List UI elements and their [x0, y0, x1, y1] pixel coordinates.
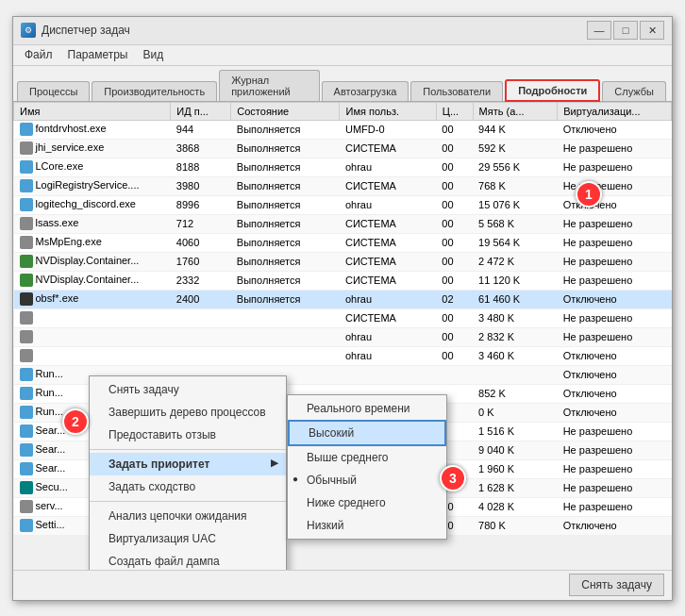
- cell-cpu: 00: [436, 233, 473, 252]
- context-menu-item[interactable]: Анализ цепочки ожидания: [90, 505, 286, 527]
- tab-app-history[interactable]: Журнал приложений: [219, 70, 319, 101]
- cell-state: Выполняется: [231, 158, 340, 176]
- process-icon: [20, 123, 33, 136]
- context-menu-item[interactable]: Задать сходство: [90, 475, 286, 498]
- priority-submenu: Реального времениВысокийВыше среднегоОбы…: [287, 394, 447, 540]
- cell-mem: 4 028 K: [473, 497, 558, 516]
- priority-menu-item[interactable]: Низкий: [288, 514, 446, 537]
- table-row[interactable]: logitechg_discord.exe 8996 Выполняется o…: [14, 195, 672, 214]
- cell-user: СИСТЕМА: [340, 214, 436, 233]
- menu-view[interactable]: Вид: [135, 46, 171, 63]
- cell-state: Выполняется: [231, 252, 340, 271]
- cell-name: NVDisplay.Container...: [14, 271, 171, 290]
- process-icon: [20, 349, 33, 362]
- process-icon: [20, 368, 33, 381]
- cell-mem: 944 K: [473, 120, 558, 139]
- col-header-mem[interactable]: Мять (а...: [473, 102, 558, 120]
- table-row[interactable]: lsass.exe 712 Выполняется СИСТЕМА 00 5 5…: [14, 214, 672, 233]
- tab-services[interactable]: Службы: [602, 81, 666, 101]
- cell-virt: Отключено: [558, 346, 672, 365]
- process-icon: [20, 142, 33, 155]
- tab-users[interactable]: Пользователи: [410, 81, 503, 101]
- table-row[interactable]: jhi_service.exe 3868 Выполняется СИСТЕМА…: [14, 139, 672, 158]
- table-row[interactable]: LogiRegistryService.... 3980 Выполняется…: [14, 176, 672, 195]
- minimize-button[interactable]: —: [587, 21, 611, 40]
- cell-name: LCore.exe: [14, 158, 171, 176]
- maximize-button[interactable]: □: [613, 21, 638, 40]
- col-header-virt[interactable]: Виртуализаци...: [558, 102, 672, 120]
- cell-name: obsf*.exe: [14, 290, 171, 308]
- cell-cpu: 00: [436, 158, 473, 176]
- menu-file[interactable]: Файл: [17, 46, 60, 63]
- process-icon: [20, 217, 33, 230]
- cell-pid: [171, 327, 231, 346]
- table-row[interactable]: obsf*.exe 2400 Выполняется ohrau 02 61 4…: [14, 290, 672, 308]
- cell-name: logitechg_discord.exe: [14, 195, 171, 214]
- process-icon: [20, 387, 33, 400]
- table-row[interactable]: MsMpEng.exe 4060 Выполняется СИСТЕМА 00 …: [14, 233, 672, 252]
- context-menu-item[interactable]: Задать приоритет: [90, 453, 286, 475]
- cell-cpu: 00: [436, 139, 473, 158]
- context-menu: Снять задачуЗавершить дерево процессовПр…: [89, 375, 287, 570]
- context-menu-separator: [90, 501, 286, 502]
- process-icon: [20, 406, 33, 419]
- close-button[interactable]: ✕: [640, 21, 664, 40]
- cell-mem: 15 076 K: [473, 195, 558, 214]
- priority-menu-item[interactable]: Обычный: [288, 469, 446, 491]
- context-menu-item[interactable]: Виртуализация UAC: [90, 527, 286, 550]
- cell-mem: 19 564 K: [473, 233, 558, 252]
- col-header-state[interactable]: Состояние: [231, 102, 340, 120]
- priority-menu-item[interactable]: Выше среднего: [288, 446, 446, 469]
- cell-pid: [171, 346, 231, 365]
- cell-state: Выполняется: [231, 290, 340, 308]
- tab-startup[interactable]: Автозагрузка: [322, 81, 409, 101]
- tab-details[interactable]: Подробности: [505, 79, 600, 102]
- priority-menu-item[interactable]: Реального времени: [288, 397, 446, 420]
- cell-mem: 2 472 K: [473, 252, 558, 271]
- process-icon: [20, 519, 33, 532]
- table-row[interactable]: ohrau 00 2 832 K Не разрешено: [14, 327, 672, 346]
- cell-name: [14, 308, 171, 327]
- end-task-button[interactable]: Снять задачу: [569, 574, 664, 596]
- context-menu-item[interactable]: Завершить дерево процессов: [90, 401, 286, 424]
- cell-pid: 2400: [171, 290, 231, 308]
- tab-processes[interactable]: Процессы: [17, 81, 90, 101]
- cell-virt: Не разрешено: [558, 158, 672, 176]
- content-area: Имя ИД п... Состояние Имя польз. Ц... Мя…: [13, 102, 672, 570]
- table-row[interactable]: NVDisplay.Container... 2332 Выполняется …: [14, 271, 672, 290]
- cell-user: ohrau: [340, 158, 436, 176]
- cell-user: СИСТЕМА: [340, 252, 436, 271]
- menu-params[interactable]: Параметры: [60, 46, 136, 63]
- table-row[interactable]: NVDisplay.Container... 1760 Выполняется …: [14, 252, 672, 271]
- cell-mem: 61 460 K: [473, 290, 558, 308]
- main-window: ⚙ Диспетчер задач — □ ✕ Файл Параметры В…: [12, 16, 673, 601]
- priority-menu-item[interactable]: Высокий: [288, 420, 446, 446]
- col-header-user[interactable]: Имя польз.: [340, 102, 436, 120]
- col-header-cpu[interactable]: Ц...: [436, 102, 473, 120]
- context-menu-item[interactable]: Создать файл дампа: [90, 550, 286, 570]
- cell-virt: Отключено: [558, 290, 672, 308]
- cell-mem: [473, 365, 558, 384]
- cell-virt: Отключено: [558, 403, 672, 422]
- table-row[interactable]: ohrau 00 3 460 K Отключено: [14, 346, 672, 365]
- cell-state: Выполняется: [231, 214, 340, 233]
- context-menu-item[interactable]: Снять задачу: [90, 378, 286, 401]
- cell-virt: Отключено: [558, 516, 672, 535]
- cell-mem: 2 832 K: [473, 327, 558, 346]
- context-menu-item[interactable]: Предоставить отзыв: [90, 424, 286, 446]
- cell-virt: Не разрешено: [558, 271, 672, 290]
- table-row[interactable]: СИСТЕМА 00 3 480 K Не разрешено: [14, 308, 672, 327]
- tab-performance[interactable]: Производительность: [92, 81, 217, 101]
- col-header-pid[interactable]: ИД п...: [171, 102, 231, 120]
- table-row[interactable]: LCore.exe 8188 Выполняется ohrau 00 29 5…: [14, 158, 672, 176]
- cell-cpu: [436, 365, 473, 384]
- col-header-name[interactable]: Имя: [14, 102, 171, 120]
- cell-mem: 3 460 K: [473, 346, 558, 365]
- cell-virt: Отключено: [558, 120, 672, 139]
- cell-virt: Не разрешено: [558, 459, 672, 478]
- cell-mem: 1 960 K: [473, 459, 558, 478]
- table-row[interactable]: fontdrvhost.exe 944 Выполняется UMFD-0 0…: [14, 120, 672, 139]
- cell-user: [340, 365, 436, 384]
- priority-menu-item[interactable]: Ниже среднего: [288, 491, 446, 514]
- cell-virt: Не разрешено: [558, 214, 672, 233]
